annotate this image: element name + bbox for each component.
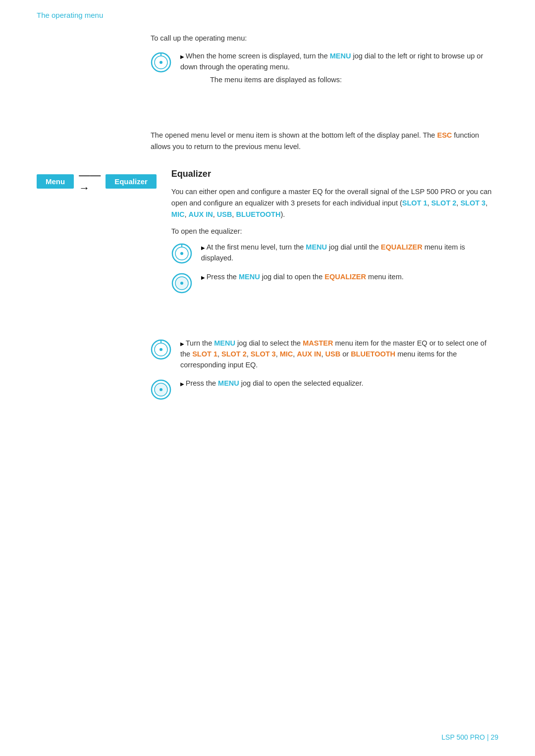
intro-text: To call up the operating menu: bbox=[151, 34, 498, 42]
nav-display-col: Menu ——→ Equalizer bbox=[37, 164, 157, 200]
instruction-1-text: When the home screen is displayed, turn … bbox=[180, 51, 498, 85]
jog-dial-icon-2 bbox=[171, 243, 192, 264]
page-footer: LSP 500 PRO | 29 bbox=[441, 733, 498, 741]
description-block: The opened menu level or menu item is sh… bbox=[151, 130, 498, 152]
spacer-3 bbox=[37, 308, 498, 323]
jog-dial-icon-4 bbox=[151, 339, 171, 360]
equalizer-description: You can either open and configure a mast… bbox=[171, 186, 498, 221]
equalizer-title: Equalizer bbox=[171, 169, 498, 179]
nav-menu-box: Menu bbox=[37, 174, 74, 189]
svg-point-10 bbox=[180, 282, 183, 285]
equalizer-step-1: At the first menu level, turn the MENU j… bbox=[171, 242, 498, 264]
svg-point-6 bbox=[180, 252, 183, 255]
page-header: The operating menu bbox=[0, 0, 535, 19]
main-content: To call up the operating menu: When the … bbox=[0, 34, 535, 400]
spacer-2 bbox=[37, 115, 498, 130]
jog-dial-icon-5 bbox=[151, 379, 171, 400]
equalizer-step-4: Press the MENU jog dial to open the sele… bbox=[151, 378, 498, 400]
intro-section: To call up the operating menu: When the … bbox=[37, 34, 498, 85]
jog-dial-icon-3 bbox=[171, 273, 192, 294]
sub-instruction-1: The menu items are displayed as follows: bbox=[210, 75, 498, 86]
equalizer-step-2: Press the MENU jog dial to open the EQUA… bbox=[171, 272, 498, 294]
equalizer-section: Equalizer You can either open and config… bbox=[171, 169, 498, 302]
instruction-block-1: When the home screen is displayed, turn … bbox=[151, 51, 498, 85]
spacer-1 bbox=[37, 100, 498, 115]
step-2-text: Press the MENU jog dial to open the EQUA… bbox=[201, 272, 404, 283]
nav-arrow-icon: ——→ bbox=[79, 169, 101, 195]
step-3-text: Turn the MENU jog dial to select the MAS… bbox=[180, 338, 498, 370]
svg-point-13 bbox=[160, 348, 162, 351]
nav-equalizer-row: Menu ——→ Equalizer Equalizer You can eit… bbox=[37, 164, 498, 302]
nav-display: Menu ——→ Equalizer bbox=[37, 169, 157, 195]
svg-point-2 bbox=[160, 61, 162, 64]
svg-point-17 bbox=[160, 388, 162, 391]
nav-equalizer-box: Equalizer bbox=[106, 174, 157, 189]
step-4-text: Press the MENU jog dial to open the sele… bbox=[180, 378, 363, 389]
jog-dial-icon-1 bbox=[151, 52, 171, 73]
page-title: The operating menu bbox=[37, 11, 103, 19]
spacer-4 bbox=[37, 323, 498, 338]
to-open-equalizer: To open the equalizer: bbox=[171, 227, 498, 235]
step-1-text: At the first menu level, turn the MENU j… bbox=[201, 242, 498, 264]
equalizer-step-3: Turn the MENU jog dial to select the MAS… bbox=[151, 338, 498, 370]
